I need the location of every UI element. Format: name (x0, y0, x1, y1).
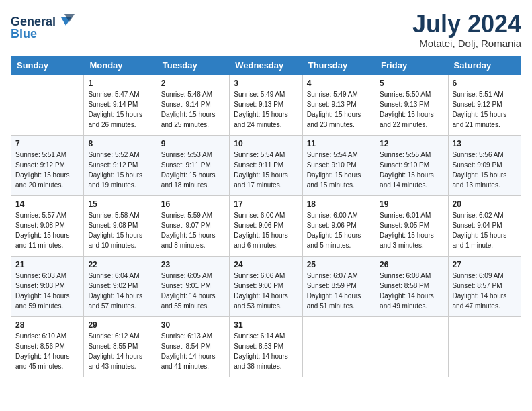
day-info: Sunrise: 6:07 AMSunset: 8:59 PMDaylight:… (307, 271, 371, 311)
day-info: Sunrise: 5:53 AMSunset: 9:11 PMDaylight:… (161, 150, 225, 190)
day-info: Sunrise: 5:50 AMSunset: 9:13 PMDaylight:… (380, 89, 443, 130)
day-number: 10 (234, 139, 298, 148)
day-info: Sunrise: 6:08 AMSunset: 8:58 PMDaylight:… (380, 271, 443, 311)
day-info: Sunrise: 6:10 AMSunset: 8:56 PMDaylight:… (15, 331, 79, 371)
calendar-cell: 5Sunrise: 5:50 AMSunset: 9:13 PMDaylight… (375, 75, 448, 135)
week-row-3: 14Sunrise: 5:57 AMSunset: 9:08 PMDayligh… (11, 195, 521, 256)
day-info: Sunrise: 6:00 AMSunset: 9:06 PMDaylight:… (307, 210, 371, 250)
calendar-cell (11, 75, 84, 135)
day-header-wednesday: Wednesday (230, 56, 302, 75)
calendar-cell: 9Sunrise: 5:53 AMSunset: 9:11 PMDaylight… (157, 135, 229, 195)
day-info: Sunrise: 5:49 AMSunset: 9:13 PMDaylight:… (234, 89, 298, 130)
calendar-cell: 19Sunrise: 6:01 AMSunset: 9:05 PMDayligh… (375, 195, 448, 256)
calendar-table: SundayMondayTuesdayWednesdayThursdayFrid… (11, 56, 521, 377)
calendar-cell (448, 316, 521, 377)
day-number: 23 (161, 260, 225, 269)
day-number: 14 (15, 199, 79, 209)
calendar-cell: 11Sunrise: 5:54 AMSunset: 9:10 PMDayligh… (302, 135, 375, 195)
logo: General Blue (11, 11, 78, 41)
day-info: Sunrise: 6:02 AMSunset: 9:04 PMDaylight:… (453, 210, 517, 250)
calendar-cell (375, 316, 448, 377)
title-block: July 2024 Motatei, Dolj, Romania (412, 11, 521, 49)
day-number: 24 (234, 260, 298, 269)
day-info: Sunrise: 5:59 AMSunset: 9:07 PMDaylight:… (161, 210, 225, 250)
calendar-cell: 1Sunrise: 5:47 AMSunset: 9:14 PMDaylight… (84, 75, 157, 135)
calendar-cell: 6Sunrise: 5:51 AMSunset: 9:12 PMDaylight… (448, 75, 521, 135)
day-number: 17 (234, 199, 298, 209)
day-number: 1 (88, 79, 152, 88)
calendar-cell: 24Sunrise: 6:06 AMSunset: 9:00 PMDayligh… (230, 256, 302, 316)
day-info: Sunrise: 6:04 AMSunset: 9:02 PMDaylight:… (88, 271, 152, 311)
week-row-4: 21Sunrise: 6:03 AMSunset: 9:03 PMDayligh… (11, 256, 521, 316)
day-info: Sunrise: 5:54 AMSunset: 9:11 PMDaylight:… (234, 150, 298, 190)
day-number: 26 (380, 260, 443, 269)
day-number: 30 (161, 320, 225, 330)
day-number: 15 (88, 199, 152, 209)
day-info: Sunrise: 5:55 AMSunset: 9:10 PMDaylight:… (380, 150, 443, 190)
day-header-friday: Friday (375, 56, 448, 75)
day-number: 31 (234, 320, 298, 330)
calendar-cell (302, 316, 375, 377)
day-number: 9 (161, 139, 225, 148)
day-number: 21 (15, 260, 79, 269)
day-number: 19 (380, 199, 443, 209)
calendar-cell: 17Sunrise: 6:00 AMSunset: 9:06 PMDayligh… (230, 195, 302, 256)
day-info: Sunrise: 6:13 AMSunset: 8:54 PMDaylight:… (161, 331, 225, 371)
day-info: Sunrise: 5:47 AMSunset: 9:14 PMDaylight:… (88, 89, 152, 130)
calendar-cell: 23Sunrise: 6:05 AMSunset: 9:01 PMDayligh… (157, 256, 229, 316)
day-header-thursday: Thursday (302, 56, 375, 75)
day-number: 20 (453, 199, 517, 209)
day-info: Sunrise: 5:51 AMSunset: 9:12 PMDaylight:… (15, 150, 79, 190)
calendar-cell: 28Sunrise: 6:10 AMSunset: 8:56 PMDayligh… (11, 316, 84, 377)
month-title: July 2024 (412, 11, 521, 38)
day-number: 18 (307, 199, 371, 209)
location: Motatei, Dolj, Romania (412, 38, 521, 49)
calendar-cell: 27Sunrise: 6:09 AMSunset: 8:57 PMDayligh… (448, 256, 521, 316)
day-number: 3 (234, 79, 298, 88)
day-header-sunday: Sunday (11, 56, 84, 75)
calendar-cell: 30Sunrise: 6:13 AMSunset: 8:54 PMDayligh… (157, 316, 229, 377)
page-header: General Blue July 2024 Motatei, Dolj, Ro… (11, 11, 521, 49)
day-info: Sunrise: 6:09 AMSunset: 8:57 PMDaylight:… (453, 271, 517, 311)
week-row-2: 7Sunrise: 5:51 AMSunset: 9:12 PMDaylight… (11, 135, 521, 195)
day-info: Sunrise: 5:52 AMSunset: 9:12 PMDaylight:… (88, 150, 152, 190)
calendar-cell: 3Sunrise: 5:49 AMSunset: 9:13 PMDaylight… (230, 75, 302, 135)
day-number: 6 (453, 79, 517, 88)
calendar-cell: 16Sunrise: 5:59 AMSunset: 9:07 PMDayligh… (157, 195, 229, 256)
day-number: 27 (453, 260, 517, 269)
day-info: Sunrise: 6:01 AMSunset: 9:05 PMDaylight:… (380, 210, 443, 250)
day-number: 7 (15, 139, 79, 148)
calendar-cell: 31Sunrise: 6:14 AMSunset: 8:53 PMDayligh… (230, 316, 302, 377)
calendar-cell: 13Sunrise: 5:56 AMSunset: 9:09 PMDayligh… (448, 135, 521, 195)
day-header-monday: Monday (84, 56, 157, 75)
calendar-cell: 21Sunrise: 6:03 AMSunset: 9:03 PMDayligh… (11, 256, 84, 316)
day-info: Sunrise: 6:00 AMSunset: 9:06 PMDaylight:… (234, 210, 298, 250)
day-info: Sunrise: 5:51 AMSunset: 9:12 PMDaylight:… (453, 89, 517, 130)
day-number: 29 (88, 320, 152, 330)
calendar-cell: 18Sunrise: 6:00 AMSunset: 9:06 PMDayligh… (302, 195, 375, 256)
svg-text:General: General (11, 15, 56, 28)
day-header-saturday: Saturday (448, 56, 521, 75)
calendar-cell: 8Sunrise: 5:52 AMSunset: 9:12 PMDaylight… (84, 135, 157, 195)
day-number: 11 (307, 139, 371, 148)
day-number: 13 (453, 139, 517, 148)
day-info: Sunrise: 5:56 AMSunset: 9:09 PMDaylight:… (453, 150, 517, 190)
calendar-cell: 14Sunrise: 5:57 AMSunset: 9:08 PMDayligh… (11, 195, 84, 256)
day-info: Sunrise: 5:57 AMSunset: 9:08 PMDaylight:… (15, 210, 79, 250)
day-info: Sunrise: 6:06 AMSunset: 9:00 PMDaylight:… (234, 271, 298, 311)
day-number: 28 (15, 320, 79, 330)
day-info: Sunrise: 5:48 AMSunset: 9:14 PMDaylight:… (161, 89, 225, 130)
week-row-5: 28Sunrise: 6:10 AMSunset: 8:56 PMDayligh… (11, 316, 521, 377)
day-info: Sunrise: 6:12 AMSunset: 8:55 PMDaylight:… (88, 331, 152, 371)
calendar-cell: 7Sunrise: 5:51 AMSunset: 9:12 PMDaylight… (11, 135, 84, 195)
day-number: 22 (88, 260, 152, 269)
calendar-body: 1Sunrise: 5:47 AMSunset: 9:14 PMDaylight… (11, 75, 521, 377)
svg-text:Blue: Blue (11, 27, 37, 40)
calendar-header: SundayMondayTuesdayWednesdayThursdayFrid… (11, 56, 521, 75)
day-info: Sunrise: 6:05 AMSunset: 9:01 PMDaylight:… (161, 271, 225, 311)
calendar-cell: 12Sunrise: 5:55 AMSunset: 9:10 PMDayligh… (375, 135, 448, 195)
calendar-cell: 10Sunrise: 5:54 AMSunset: 9:11 PMDayligh… (230, 135, 302, 195)
calendar-cell: 25Sunrise: 6:07 AMSunset: 8:59 PMDayligh… (302, 256, 375, 316)
day-info: Sunrise: 5:49 AMSunset: 9:13 PMDaylight:… (307, 89, 371, 130)
logo-svg: General Blue (11, 11, 78, 41)
